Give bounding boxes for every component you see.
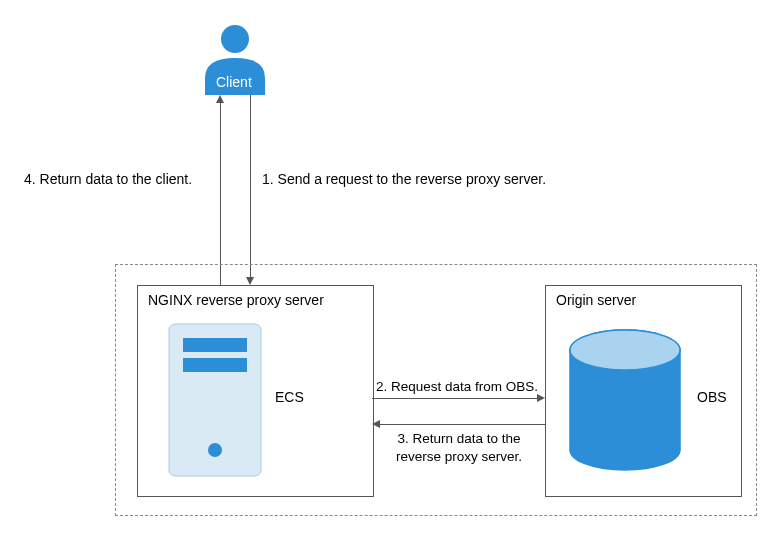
arrow-step4-line [220,103,221,286]
proxy-title: NGINX reverse proxy server [148,292,324,308]
step1-label: 1. Send a request to the reverse proxy s… [262,170,546,188]
arrow-step1-line [250,95,251,279]
arrow-step4-head [216,95,224,103]
arrow-step2-head [537,394,545,402]
obs-label: OBS [697,388,727,406]
step2-label: 2. Request data from OBS. [376,378,538,396]
step4-label: 4. Return data to the client. [24,170,192,188]
arrow-step2-line [372,398,538,399]
step3-label: 3. Return data to the reverse proxy serv… [396,430,522,465]
arrow-step3-line [380,424,546,425]
diagram-canvas: Client 4. Return data to the client. 1. … [0,0,777,534]
arrow-step3-head [372,420,380,428]
ecs-icon [165,320,265,480]
svg-point-4 [208,443,222,457]
origin-title: Origin server [556,292,636,308]
svg-point-0 [221,25,249,53]
client-label: Client [216,73,252,91]
obs-icon [565,325,685,475]
ecs-label: ECS [275,388,304,406]
svg-point-6 [570,330,680,370]
svg-rect-3 [183,358,247,372]
svg-rect-2 [183,338,247,352]
